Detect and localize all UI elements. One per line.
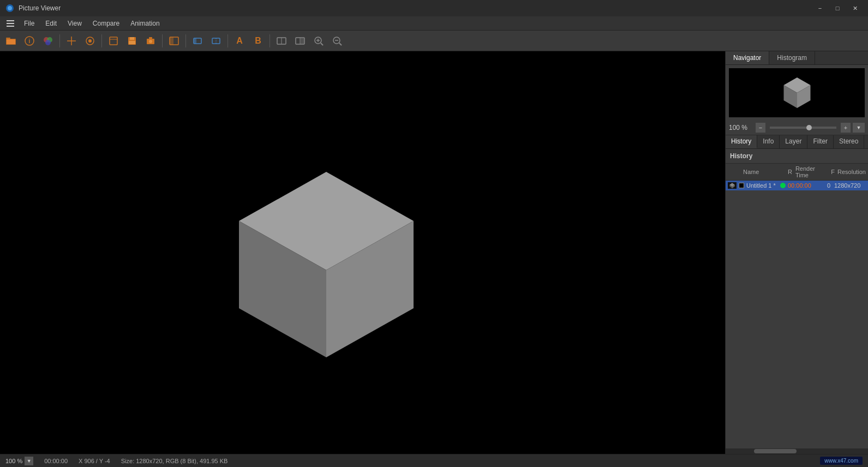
svg-rect-24 bbox=[149, 37, 152, 39]
title-text: Picture Viewer bbox=[19, 4, 61, 12]
history-row-name: Untitled 1 * bbox=[746, 182, 778, 189]
svg-point-12 bbox=[45, 40, 51, 45]
svg-point-1 bbox=[8, 6, 12, 10]
zoom-fit-button[interactable] bbox=[189, 33, 206, 49]
navigator-cube-mini bbox=[778, 74, 816, 112]
status-size: Size: 1280x720, RGB (8 Bit), 491.95 KB bbox=[121, 458, 228, 464]
color-pick-button[interactable] bbox=[81, 33, 99, 49]
history-row-time: 00:00:00 bbox=[788, 182, 823, 189]
svg-rect-35 bbox=[301, 38, 304, 44]
camera-button[interactable] bbox=[142, 33, 159, 49]
svg-rect-4 bbox=[7, 26, 14, 27]
app-icon bbox=[5, 4, 14, 13]
tab-history[interactable]: History bbox=[726, 135, 757, 148]
svg-rect-21 bbox=[129, 41, 135, 44]
menu-file[interactable]: File bbox=[19, 16, 40, 30]
toolbar-sep-6 bbox=[270, 34, 270, 47]
tab-histogram[interactable]: Histogram bbox=[769, 51, 815, 64]
close-button[interactable]: ✕ bbox=[847, 3, 863, 14]
menu-animation[interactable]: Animation bbox=[125, 16, 165, 30]
fit-frame-left-button[interactable] bbox=[273, 33, 290, 49]
svg-rect-3 bbox=[7, 23, 14, 24]
toolbar-sep-2 bbox=[101, 34, 102, 47]
col-name: Name bbox=[743, 169, 787, 175]
menu-bar: File Edit View Compare Animation bbox=[0, 16, 868, 31]
history-title: History bbox=[726, 149, 868, 164]
history-table-body: Untitled 1 * 00:00:00 0 1280x720 bbox=[726, 181, 868, 448]
history-row-colorbox bbox=[739, 183, 744, 188]
compare-a-button[interactable]: A bbox=[231, 33, 248, 49]
compare-b-button[interactable]: B bbox=[249, 33, 267, 49]
tab-filter[interactable]: Filter bbox=[807, 135, 834, 148]
title-bar-controls: − □ ✕ bbox=[812, 3, 863, 14]
col-f: F bbox=[828, 169, 837, 175]
history-row-resolution: 1280x720 bbox=[834, 182, 866, 189]
zoom-slider[interactable] bbox=[770, 127, 836, 129]
toolbar-sep-5 bbox=[228, 34, 228, 47]
svg-point-16 bbox=[88, 39, 92, 43]
image-button[interactable] bbox=[165, 33, 183, 49]
tab-layer[interactable]: Layer bbox=[780, 135, 807, 148]
svg-point-23 bbox=[149, 40, 152, 43]
svg-rect-20 bbox=[130, 37, 134, 40]
col-r: R bbox=[787, 169, 793, 175]
zoom-dropdown-button[interactable]: ▼ bbox=[853, 123, 865, 133]
minimize-button[interactable]: − bbox=[812, 3, 828, 14]
svg-line-39 bbox=[321, 43, 323, 45]
zoom-control: 100 % − + ▼ bbox=[726, 121, 868, 135]
status-bar: 100 % ▼ 00:00:00 X 906 / Y -4 Size: 1280… bbox=[0, 454, 868, 467]
info-button[interactable]: i bbox=[21, 33, 38, 49]
history-row-thumb bbox=[728, 182, 737, 189]
title-bar-left: Picture Viewer bbox=[5, 4, 61, 13]
menu-edit[interactable]: Edit bbox=[40, 16, 62, 30]
panel-scrollbar-thumb bbox=[754, 449, 797, 453]
svg-rect-7 bbox=[7, 39, 15, 44]
panel-scrollbar[interactable] bbox=[726, 448, 868, 454]
svg-rect-28 bbox=[194, 38, 196, 44]
history-row-f: 0 bbox=[823, 182, 834, 189]
cube-render bbox=[217, 139, 435, 357]
load-button[interactable] bbox=[105, 33, 122, 49]
zoom-increase-button[interactable]: + bbox=[841, 123, 851, 133]
navigator-thumb bbox=[729, 68, 865, 117]
status-zoom: 100 % ▼ bbox=[5, 457, 33, 465]
status-coords: X 906 / Y -4 bbox=[79, 458, 110, 464]
status-zoom-dropdown[interactable]: ▼ bbox=[25, 457, 33, 465]
status-time: 00:00:00 bbox=[44, 458, 68, 464]
hamburger-menu[interactable] bbox=[2, 16, 19, 30]
title-bar: Picture Viewer − □ ✕ bbox=[0, 0, 868, 16]
zoom-100-button[interactable] bbox=[207, 33, 225, 49]
toolbar-sep-4 bbox=[185, 34, 186, 47]
tab-navigator[interactable]: Navigator bbox=[726, 51, 769, 64]
col-render: Render Time bbox=[793, 165, 828, 178]
menu-compare[interactable]: Compare bbox=[87, 16, 125, 30]
tab-info[interactable]: Info bbox=[757, 135, 780, 148]
save-button[interactable] bbox=[123, 33, 141, 49]
tab-stereo[interactable]: Stereo bbox=[834, 135, 864, 148]
zoom-decrease-button[interactable]: − bbox=[756, 123, 765, 133]
zoom-slider-thumb bbox=[806, 125, 812, 130]
svg-line-42 bbox=[339, 43, 342, 45]
history-row[interactable]: Untitled 1 * 00:00:00 0 1280x720 bbox=[726, 181, 868, 190]
fit-frame-right-button[interactable] bbox=[291, 33, 309, 49]
svg-rect-26 bbox=[170, 37, 173, 45]
maximize-button[interactable]: □ bbox=[830, 3, 845, 14]
history-panel: History Name R Render Time F Resolution bbox=[726, 149, 868, 448]
toolbar-sep-3 bbox=[162, 34, 163, 47]
col-resolution: Resolution bbox=[837, 169, 866, 175]
svg-rect-2 bbox=[7, 20, 14, 21]
channels-button[interactable] bbox=[39, 33, 57, 49]
toolbar-sep-1 bbox=[59, 34, 60, 47]
svg-rect-17 bbox=[110, 37, 117, 45]
zoom-out-button[interactable] bbox=[328, 33, 346, 49]
open-button[interactable] bbox=[2, 33, 20, 49]
region-button[interactable] bbox=[63, 33, 80, 49]
zoom-in-button[interactable] bbox=[310, 33, 327, 49]
history-row-status bbox=[780, 183, 786, 188]
history-table-header: Name R Render Time F Resolution bbox=[726, 164, 868, 181]
menu-view[interactable]: View bbox=[62, 16, 87, 30]
panel-top-tabs: Navigator Histogram bbox=[726, 51, 868, 65]
main-content: Navigator Histogram 100 % − + ▼ bbox=[0, 51, 868, 454]
svg-rect-5 bbox=[6, 38, 10, 39]
viewport[interactable] bbox=[0, 51, 725, 454]
